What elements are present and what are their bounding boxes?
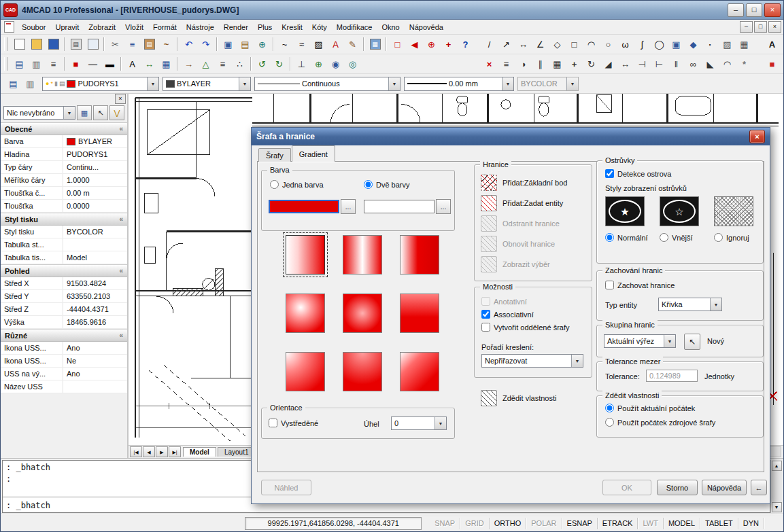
gradient-swatch-inverted-curved[interactable] — [400, 352, 439, 391]
draw-rectangle-icon[interactable]: □ — [566, 36, 583, 53]
island-detection-checkbox-input[interactable] — [605, 169, 614, 178]
explode-icon[interactable]: * — [736, 56, 753, 73]
edit-pencil-icon[interactable]: ✎ — [344, 36, 361, 53]
gradient-swatch-cylinder[interactable] — [343, 235, 382, 274]
open-icon[interactable] — [28, 36, 45, 53]
color-control-icon[interactable]: ■ — [67, 56, 84, 73]
match-properties-icon[interactable]: ~ — [158, 36, 175, 53]
mdi-restore-button[interactable]: □ — [754, 21, 767, 33]
back-arrow-button[interactable]: ← — [751, 480, 767, 495]
dialog-title-bar[interactable]: Šrafa a hranice × — [252, 128, 770, 145]
zoom-window-icon[interactable]: □ — [389, 36, 406, 53]
property-row[interactable]: Ikona USS...Ano — [1, 342, 127, 355]
eraser-icon[interactable]: ■ — [764, 56, 781, 73]
color-one-browse-button[interactable]: ... — [341, 199, 356, 214]
move-icon[interactable]: + — [566, 56, 583, 73]
island-detection-checkbox[interactable]: Detekce ostrova — [605, 169, 671, 178]
island-style-normal-radio[interactable]: Normální — [605, 233, 648, 242]
image-attach-icon[interactable]: ▦ — [367, 36, 384, 53]
edit-spline-icon[interactable]: ≈ — [293, 36, 310, 53]
draw-ray-icon[interactable]: ↗ — [498, 36, 515, 53]
layer-combo[interactable]: ●*▮▤PUDORYS1 ▼ — [42, 77, 159, 91]
draw-spline-icon[interactable]: ∫ — [634, 36, 651, 53]
hyperlink-icon[interactable]: ⊕ — [254, 36, 271, 53]
list-icon[interactable]: ≡ — [214, 56, 231, 73]
print-icon[interactable]: ▤ — [67, 36, 84, 53]
property-row[interactable]: Výška18465.9616 — [1, 316, 127, 329]
property-row[interactable]: HladinaPUDORYS1 — [1, 148, 127, 161]
menu-plus[interactable]: Plus — [253, 21, 277, 33]
menu-napoveda[interactable]: Nápověda — [405, 21, 448, 33]
property-value[interactable] — [63, 238, 127, 251]
named-ucs-icon[interactable]: ⊥ — [293, 56, 310, 73]
print-preview-icon[interactable] — [84, 36, 101, 53]
pan-icon[interactable]: + — [440, 36, 457, 53]
cut-icon[interactable]: ✂ — [107, 36, 124, 53]
origin-option-1-radio[interactable]: Použít aktuální počátek — [605, 404, 695, 412]
gradient-swatch-spherical[interactable] — [286, 294, 325, 333]
status-toggle-model[interactable]: MODEL — [664, 518, 700, 529]
dropdown-arrow-icon[interactable]: ▼ — [147, 77, 158, 90]
property-value[interactable] — [63, 380, 127, 393]
property-row[interactable]: Tloušťka0.0000 — [1, 200, 127, 213]
chamfer-icon[interactable]: ◣ — [702, 56, 719, 73]
minimize-button[interactable]: – — [728, 3, 744, 17]
dropdown-arrow-icon[interactable]: ▼ — [571, 355, 583, 367]
island-style-ignore-radio[interactable]: Ignoruj — [714, 233, 749, 242]
linetype-combo[interactable]: Continuous ▼ — [254, 77, 400, 91]
property-row[interactable]: Typ čáryContinu... — [1, 161, 127, 174]
layer-previous-icon[interactable]: ≡ — [45, 56, 62, 73]
property-value[interactable]: BYCOLOR — [63, 226, 127, 238]
add-pick-point-button[interactable]: Přidat:Základní bod — [481, 175, 586, 191]
status-toggle-tablet[interactable]: TABLET — [700, 518, 738, 529]
paste-icon[interactable]: ▤ — [141, 36, 158, 53]
linetype-icon[interactable]: — — [84, 56, 101, 73]
scroll-down-button[interactable]: ▼ — [772, 502, 782, 512]
property-row[interactable]: Tabulka st... — [1, 238, 127, 251]
dropdown-arrow-icon[interactable]: ▼ — [710, 298, 721, 311]
menu-okno[interactable]: Okno — [377, 21, 404, 33]
retain-boundaries-checkbox-input[interactable] — [605, 281, 614, 289]
section-obecne[interactable]: Obecné« — [1, 122, 127, 135]
erase-icon[interactable]: × — [481, 56, 498, 73]
rotate-icon[interactable]: ↻ — [583, 56, 600, 73]
property-row[interactable]: Tloušťka č...0.00 m — [1, 187, 127, 200]
insert-block-icon[interactable]: ▣ — [220, 36, 237, 53]
draw-circle-icon[interactable]: ○ — [600, 36, 617, 53]
redo-icon[interactable]: ↷ — [197, 36, 214, 53]
gradient-swatch-inverted-hemispherical[interactable] — [343, 352, 382, 391]
origin-option-2-radio[interactable]: Použít počátek zdrojové šrafy — [605, 418, 715, 427]
angle-combo[interactable]: 0 ▼ — [391, 416, 447, 430]
color-combo[interactable]: BYLAYER ▼ — [163, 77, 251, 91]
toolbar-grip[interactable] — [4, 57, 7, 71]
dropdown-arrow-icon[interactable]: ▼ — [239, 77, 250, 90]
copy-object-icon[interactable]: ≡ — [498, 56, 515, 73]
redraw-icon[interactable]: ↺ — [254, 56, 271, 73]
layers-icon[interactable]: ▤ — [11, 56, 28, 73]
layer-states-manager-icon[interactable]: ▥ — [22, 75, 39, 92]
gradient-swatch-inverted-spherical[interactable] — [286, 352, 325, 391]
quick-select-icon[interactable]: ⋁ — [109, 105, 124, 120]
mdi-close-button[interactable]: × — [768, 21, 781, 33]
sheet-tab-layout1[interactable]: Layout1 — [218, 447, 256, 457]
dropdown-arrow-icon[interactable]: ▼ — [434, 417, 446, 429]
separate-hatches-checkbox[interactable]: Vytvořit oddělené šrafy — [481, 323, 569, 332]
undo-icon[interactable]: ↶ — [180, 36, 197, 53]
gradient-swatch-hemispherical[interactable] — [343, 294, 382, 333]
draw-polygon-icon[interactable]: ◇ — [549, 36, 566, 53]
extend-icon[interactable]: ⊢ — [651, 56, 668, 73]
property-row[interactable]: Tabulka tis...Model — [1, 251, 127, 264]
property-row[interactable]: USS na vý...Ano — [1, 368, 127, 380]
property-value[interactable]: 1.0000 — [63, 174, 127, 186]
two-colors-radio-input[interactable] — [364, 180, 373, 189]
property-row[interactable]: Měřítko čáry1.0000 — [1, 174, 127, 187]
help-button[interactable]: Nápověda — [702, 480, 747, 495]
select-objects-icon[interactable]: ↖ — [93, 105, 108, 120]
gradient-swatch-linear[interactable] — [286, 235, 325, 274]
section-pohled[interactable]: Pohled« — [1, 264, 127, 277]
add-select-entities-button[interactable]: Přidat:Zadat entity — [481, 195, 586, 211]
fillet-icon[interactable]: ◠ — [719, 56, 736, 73]
new-file-icon[interactable] — [11, 36, 28, 53]
menu-vlozit[interactable]: Vložit — [120, 21, 148, 33]
mdi-minimize-button[interactable]: – — [740, 21, 753, 33]
